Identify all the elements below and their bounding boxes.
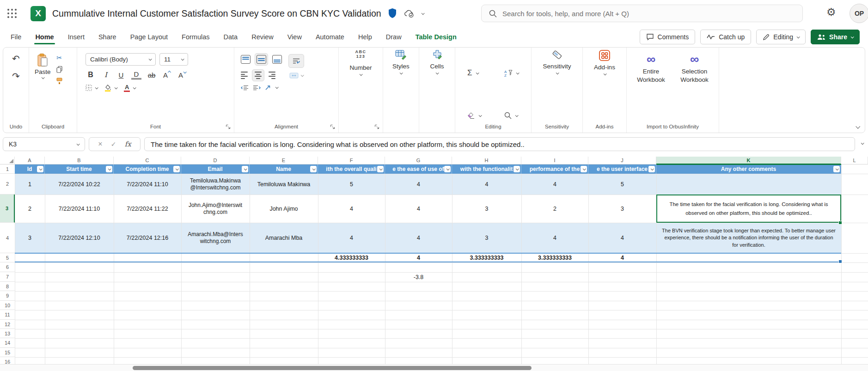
column-header-l[interactable]: L bbox=[841, 157, 868, 164]
cell-f5-average[interactable]: 4.333333333 bbox=[318, 253, 385, 262]
chevron-down-icon[interactable] bbox=[301, 73, 304, 77]
filter-button[interactable] bbox=[242, 166, 248, 172]
tab-share[interactable]: Share bbox=[92, 29, 123, 45]
tab-page-layout[interactable]: Page Layout bbox=[123, 29, 175, 45]
align-bottom-button[interactable] bbox=[272, 55, 282, 64]
expand-formula-bar-chevron-icon[interactable] bbox=[861, 141, 864, 145]
decrease-font-button[interactable]: A bbox=[177, 71, 187, 79]
tab-table-design[interactable]: Table Design bbox=[409, 29, 464, 45]
filter-button[interactable] bbox=[513, 166, 520, 172]
share-button[interactable]: Share bbox=[811, 30, 860, 44]
find-magnifier-icon[interactable] bbox=[504, 112, 512, 119]
save-status-chevron-icon[interactable] bbox=[422, 12, 424, 15]
cell-h3[interactable]: 3 bbox=[452, 195, 521, 223]
horizontal-scrollbar-thumb[interactable] bbox=[133, 366, 532, 370]
font-family-select[interactable]: Calibri (Body) bbox=[86, 53, 156, 66]
horizontal-scrollbar[interactable] bbox=[0, 364, 868, 371]
cell-f4[interactable]: 4 bbox=[318, 223, 385, 253]
align-right-button[interactable] bbox=[269, 72, 275, 79]
cell-a3[interactable]: 2 bbox=[15, 195, 45, 223]
insert-function-icon[interactable]: fx bbox=[125, 140, 131, 148]
format-painter-icon[interactable] bbox=[56, 78, 62, 85]
align-center-button[interactable] bbox=[252, 69, 264, 81]
borders-icon[interactable] bbox=[86, 85, 92, 91]
cell-h2[interactable]: 4 bbox=[452, 174, 521, 195]
cell-i4[interactable]: 4 bbox=[521, 223, 588, 253]
filter-button[interactable] bbox=[833, 166, 840, 172]
filter-button[interactable] bbox=[581, 166, 587, 172]
underline-button[interactable]: U bbox=[116, 71, 126, 79]
tab-insert[interactable]: Insert bbox=[61, 29, 92, 45]
cut-icon[interactable]: ✂ bbox=[56, 54, 62, 61]
cell-h5-average[interactable]: 3.333333333 bbox=[452, 253, 521, 262]
chevron-down-icon[interactable] bbox=[115, 86, 118, 89]
cell-b2[interactable]: 7/22/2024 10:22 bbox=[45, 174, 114, 195]
row-header-6[interactable]: 6 bbox=[0, 262, 15, 272]
cell-j3[interactable]: 3 bbox=[588, 195, 656, 223]
chevron-down-icon[interactable] bbox=[275, 85, 279, 89]
tab-draw[interactable]: Draw bbox=[379, 29, 409, 45]
paste-button[interactable]: Paste bbox=[35, 53, 51, 119]
cell-d4[interactable]: Amarachi.Mba@Interswitchng.com bbox=[181, 223, 250, 253]
cell-f3[interactable]: 4 bbox=[318, 195, 385, 223]
chevron-down-icon[interactable] bbox=[95, 86, 98, 89]
copy-icon[interactable] bbox=[56, 66, 62, 73]
cell-h4[interactable]: 3 bbox=[452, 223, 521, 253]
confirm-entry-icon[interactable]: ✓ bbox=[111, 140, 116, 148]
name-box[interactable]: K3 bbox=[3, 137, 85, 151]
filter-button[interactable] bbox=[173, 166, 180, 172]
column-header-b[interactable]: B bbox=[45, 157, 114, 164]
column-header-d[interactable]: D bbox=[181, 157, 250, 164]
chevron-down-icon[interactable] bbox=[515, 114, 518, 117]
clear-eraser-icon[interactable] bbox=[467, 112, 475, 119]
spreadsheet-grid[interactable]: A B C D E F G H I J K L 1 2 3 4 5 6 7 8 … bbox=[0, 157, 868, 371]
alignment-dialog-launcher-icon[interactable] bbox=[330, 124, 335, 129]
cell-j2[interactable]: 5 bbox=[588, 174, 656, 195]
cell-a2[interactable]: 1 bbox=[15, 174, 45, 195]
row-header-9[interactable]: 9 bbox=[0, 291, 15, 301]
increase-indent-icon[interactable] bbox=[253, 85, 261, 91]
column-header-j[interactable]: J bbox=[588, 157, 656, 164]
text-orientation-icon[interactable] bbox=[265, 85, 271, 91]
align-top-button[interactable] bbox=[241, 55, 251, 64]
row-header-14[interactable]: 14 bbox=[0, 338, 15, 348]
table-header-ease-of-use[interactable]: e the ease of use of bbox=[385, 164, 452, 174]
align-left-button[interactable] bbox=[241, 72, 248, 79]
chevron-down-icon[interactable] bbox=[133, 86, 136, 89]
sensitivity-button[interactable]: Sensitivity bbox=[532, 48, 582, 74]
cell-e4[interactable]: Amarachi Mba bbox=[250, 223, 318, 253]
cell-i5-average[interactable]: 3.333333333 bbox=[521, 253, 588, 262]
sort-filter-icon[interactable]: AZ bbox=[504, 69, 513, 77]
decrease-indent-icon[interactable] bbox=[241, 85, 249, 91]
column-header-a[interactable]: A bbox=[15, 157, 45, 164]
increase-font-button[interactable]: A bbox=[162, 71, 172, 79]
selection-workbook-button[interactable]: ∞ Selection Workbook bbox=[674, 54, 715, 119]
row-header-11[interactable]: 11 bbox=[0, 310, 15, 320]
cell-g3[interactable]: 4 bbox=[385, 195, 452, 223]
cell-j5-average[interactable]: 4 bbox=[588, 253, 656, 262]
number-dialog-launcher-icon[interactable] bbox=[374, 124, 379, 129]
cell-e3[interactable]: John Ajimo bbox=[250, 195, 318, 223]
redo-icon[interactable]: ↷ bbox=[12, 71, 20, 82]
tab-help[interactable]: Help bbox=[351, 29, 379, 45]
column-header-e[interactable]: E bbox=[250, 157, 318, 164]
filter-button[interactable] bbox=[37, 166, 43, 172]
tab-data[interactable]: Data bbox=[217, 29, 245, 45]
row-header-3-selected[interactable]: 3 bbox=[0, 195, 15, 223]
excel-logo-icon[interactable]: X bbox=[31, 6, 46, 21]
number-format-button[interactable]: ABC 123 Number bbox=[339, 48, 383, 76]
cell-d2[interactable]: Temiloluwa.Makinwa@Interswitchng.com bbox=[181, 174, 250, 195]
row-header-2[interactable]: 2 bbox=[0, 174, 15, 195]
autosave-cloud-icon[interactable] bbox=[403, 9, 415, 18]
row-header-10[interactable]: 10 bbox=[0, 301, 15, 310]
row-header-7[interactable]: 7 bbox=[0, 272, 15, 282]
cell-c3[interactable]: 7/22/2024 11:22 bbox=[114, 195, 181, 223]
tab-review[interactable]: Review bbox=[245, 29, 281, 45]
row-header-13[interactable]: 13 bbox=[0, 329, 15, 338]
bold-button[interactable]: B bbox=[86, 71, 96, 79]
tab-automate[interactable]: Automate bbox=[309, 29, 351, 45]
align-middle-button[interactable] bbox=[255, 53, 268, 66]
merge-center-icon[interactable] bbox=[289, 73, 299, 79]
settings-gear-icon[interactable]: ⚙ bbox=[826, 7, 836, 18]
cell-b4[interactable]: 7/22/2024 12:10 bbox=[45, 223, 114, 253]
